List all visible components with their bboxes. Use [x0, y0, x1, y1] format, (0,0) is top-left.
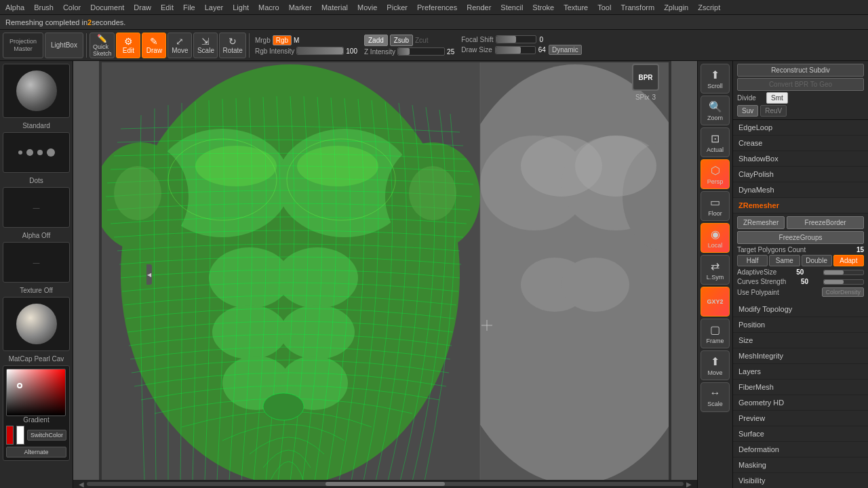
nav-persp-button[interactable]: ⬡ Persp [701, 159, 730, 189]
nav-move-button[interactable]: ⬆ Move [701, 350, 730, 380]
matcap-preview[interactable] [3, 297, 70, 351]
freeze-groups-button[interactable]: FreezeGroups [737, 231, 864, 244]
canvas-area[interactable]: BPR SPix 3 ◀ ◀ ▶ [73, 61, 697, 488]
nav-local-button[interactable]: ◉ Local [701, 223, 730, 253]
foreground-color-swatch[interactable] [6, 426, 14, 445]
nav-actual-button[interactable]: ⊡ Actual [701, 127, 730, 157]
quick-sketch-button[interactable]: ✏️ QuickSketch [90, 33, 115, 58]
modify-topology-item[interactable]: Modify Topology [733, 302, 868, 317]
size-item[interactable]: Size [733, 333, 868, 348]
menu-stencil[interactable]: Stencil [500, 3, 523, 12]
edit-button[interactable]: ⚙ Edit [116, 33, 140, 58]
z-intensity-slider[interactable] [397, 47, 445, 56]
alternate-button[interactable]: Alternate [6, 447, 66, 458]
menu-render[interactable]: Render [467, 3, 491, 12]
claypolish-item[interactable]: ClayPolish [733, 167, 868, 182]
rotate-button[interactable]: ↻ Rotate [219, 33, 245, 58]
menu-texture[interactable]: Texture [564, 3, 588, 12]
viewport-scrollbar[interactable]: ◀ ▶ [73, 480, 697, 488]
nav-scroll-button[interactable]: ⬆ Scroll [701, 64, 730, 94]
move-button[interactable]: ⤢ Move [167, 33, 192, 58]
adaptive-size-slider[interactable] [823, 270, 864, 275]
geometry-item[interactable]: Geometry HD [733, 395, 868, 411]
preview-item[interactable]: Preview [733, 411, 868, 426]
mesh-integrity-item[interactable]: MeshIntegrity [733, 348, 868, 364]
nav-frame-button[interactable]: ▢ Frame [701, 319, 730, 348]
rgb-intensity-slider[interactable] [296, 47, 344, 55]
menu-transform[interactable]: Transform [620, 3, 654, 12]
texture-preview[interactable]: — [3, 242, 70, 283]
left-pull-tab[interactable]: ◀ [146, 264, 152, 285]
adapt-button[interactable]: Adapt [833, 255, 864, 266]
menu-preferences[interactable]: Preferences [417, 3, 457, 12]
menu-draw[interactable]: Draw [134, 3, 151, 12]
smt-button[interactable]: Smt [766, 92, 788, 104]
convert-bpr-button[interactable]: Convert BPR To Geo [737, 78, 864, 91]
zadd-button[interactable]: Zadd [364, 35, 388, 46]
brush-preview[interactable] [3, 64, 70, 118]
double-button[interactable]: Double [802, 255, 832, 266]
switch-color-button[interactable]: SwitchColor [27, 430, 66, 441]
scroll-arrow-left[interactable]: ◀ [79, 481, 84, 488]
menu-file[interactable]: File [183, 3, 195, 12]
edgeloop-item[interactable]: EdgeLoop [733, 120, 868, 136]
menu-movie[interactable]: Movie [357, 3, 377, 12]
draw-size-slider[interactable] [495, 46, 536, 54]
rgb-button[interactable]: Rgb [273, 35, 292, 45]
menu-alpha[interactable]: Alpha [5, 3, 24, 12]
fibermesh-item[interactable]: FiberMesh [733, 380, 868, 395]
scrollbar-track[interactable] [87, 482, 684, 486]
position-item[interactable]: Position [733, 317, 868, 333]
menu-macro[interactable]: Macro [258, 3, 279, 12]
scroll-arrow-right[interactable]: ▶ [686, 481, 692, 488]
menu-stroke[interactable]: Stroke [532, 3, 554, 12]
menu-light[interactable]: Light [233, 3, 249, 12]
dynamesh-item[interactable]: DynaMesh [733, 182, 868, 198]
menu-zscript[interactable]: Zscript [698, 3, 720, 12]
visibility-item[interactable]: Visibility [733, 473, 868, 488]
menu-layer[interactable]: Layer [205, 3, 224, 12]
stroke-preview[interactable] [3, 132, 70, 173]
menu-brush[interactable]: Brush [34, 3, 54, 12]
lightbox-button[interactable]: LightBox [45, 33, 83, 58]
zremesher-button[interactable]: ZRemesher [737, 216, 785, 229]
menu-edit[interactable]: Edit [161, 3, 174, 12]
color-picker-area[interactable] [6, 369, 66, 416]
bpr-button[interactable]: BPR [632, 64, 659, 91]
nav-scale-button[interactable]: ↔ Scale [701, 382, 730, 412]
projection-master-button[interactable]: ProjectionMaster [3, 33, 43, 58]
nav-zoom-button[interactable]: 🔍 Zoom [701, 96, 730, 125]
scale-button[interactable]: ⇲ Scale [193, 33, 218, 58]
zremesher-header[interactable]: ZRemesher [733, 198, 868, 214]
freeze-border-button[interactable]: FreezeBorder [787, 216, 864, 229]
draw-button[interactable]: ✎ Draw [142, 33, 166, 58]
menu-color[interactable]: Color [63, 3, 81, 12]
nav-gxy2-button[interactable]: GXY2 [701, 287, 730, 317]
zsub-button[interactable]: Zsub [390, 35, 413, 46]
menu-zplugin[interactable]: Zplugin [664, 3, 688, 12]
half-button[interactable]: Half [737, 255, 768, 266]
nav-floor-button[interactable]: ▭ Floor [701, 191, 730, 221]
shadowbox-item[interactable]: ShadowBox [733, 151, 868, 167]
nav-lsym-button[interactable]: ⇄ L.Sym [701, 255, 730, 285]
layers-item[interactable]: Layers [733, 364, 868, 380]
same-button[interactable]: Same [769, 255, 800, 266]
focal-slider[interactable] [496, 35, 536, 43]
dynamic-button[interactable]: Dynamic [549, 45, 582, 55]
masking-item[interactable]: Masking [733, 458, 868, 473]
crease-item[interactable]: Crease [733, 136, 868, 151]
menu-marker[interactable]: Marker [289, 3, 312, 12]
menu-picker[interactable]: Picker [387, 3, 408, 12]
curves-strength-slider[interactable] [823, 279, 864, 285]
reconstruct-subdiv-button[interactable]: Reconstruct Subdiv [737, 64, 864, 77]
deformation-item[interactable]: Deformation [733, 442, 868, 458]
reuv-button[interactable]: ReuV [760, 105, 787, 117]
color-density-button[interactable]: ColorDensity [822, 287, 864, 297]
background-color-swatch[interactable] [16, 426, 24, 445]
surface-item[interactable]: Surface [733, 426, 868, 442]
menu-tool[interactable]: Tool [597, 3, 611, 12]
menu-material[interactable]: Material [321, 3, 348, 12]
suv-button[interactable]: Suv [737, 105, 758, 117]
menu-document[interactable]: Document [90, 3, 124, 12]
alpha-preview[interactable]: — [3, 187, 70, 228]
